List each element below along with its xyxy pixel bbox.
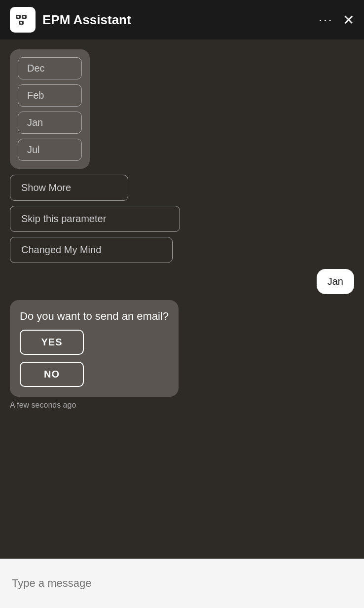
skip-parameter-button[interactable]: Skip this parameter	[10, 206, 180, 232]
svg-point-5	[20, 22, 22, 24]
show-more-button[interactable]: Show More	[10, 175, 128, 201]
month-jul-button[interactable]: Jul	[18, 139, 82, 161]
svg-point-3	[17, 16, 19, 18]
action-buttons-group: Show More Skip this parameter Changed My…	[10, 175, 180, 263]
message-timestamp: A few seconds ago	[10, 401, 76, 410]
input-area	[0, 559, 364, 608]
app-header: EPM Assistant ··· ✕	[0, 0, 364, 39]
email-question-text: Do you want to send an email?	[20, 310, 169, 323]
chat-area: Dec Feb Jan Jul Show More Skip this para…	[0, 39, 364, 559]
month-jan-button[interactable]: Jan	[18, 112, 82, 134]
more-options-button[interactable]: ···	[319, 12, 333, 28]
app-title: EPM Assistant	[42, 12, 319, 28]
email-question-bubble: Do you want to send an email? YES NO	[10, 300, 179, 397]
no-button[interactable]: NO	[20, 362, 84, 387]
changed-mind-button[interactable]: Changed My Mind	[10, 237, 173, 263]
app-logo	[10, 7, 36, 33]
month-options-bubble: Dec Feb Jan Jul	[10, 49, 90, 169]
month-dec-button[interactable]: Dec	[18, 57, 82, 79]
yes-button[interactable]: YES	[20, 330, 84, 355]
close-button[interactable]: ✕	[343, 12, 354, 28]
message-input[interactable]	[12, 577, 352, 590]
svg-point-4	[23, 16, 25, 18]
user-message-bubble: Jan	[317, 269, 354, 294]
header-actions: ··· ✕	[319, 12, 354, 28]
month-feb-button[interactable]: Feb	[18, 84, 82, 107]
